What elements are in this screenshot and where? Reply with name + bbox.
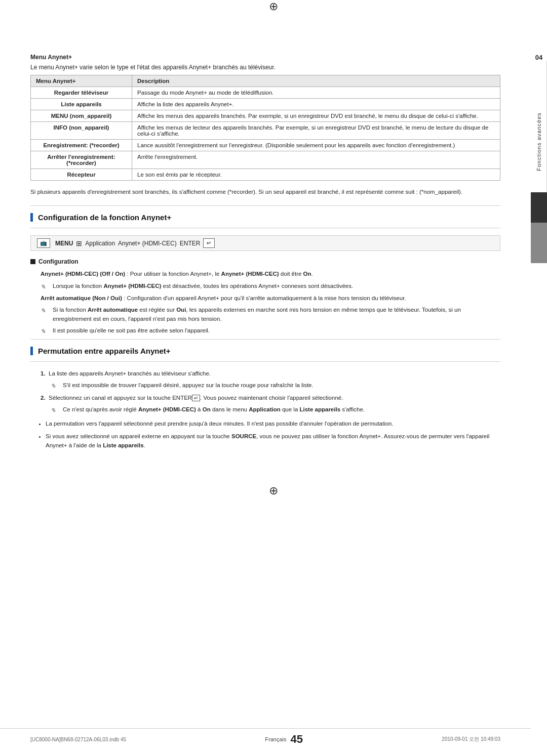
table-cell-menu: Regarder téléviseur xyxy=(31,87,132,99)
table-row: Récepteur Le son est émis par le récepte… xyxy=(31,169,500,181)
footer-date-info: 2010-09-01 오전 10:49:03 xyxy=(442,736,500,743)
main-content: Menu Anynet+ Le menu Anynet+ varie selon… xyxy=(0,18,531,484)
numbered-item-1-note: ✎ S'il est impossible de trouver l'appar… xyxy=(41,381,500,390)
table-note: Si plusieurs appareils d'enregistrement … xyxy=(30,188,500,196)
numbered-item-2-note: ✎ Ce n'est qu'après avoir réglé Anynet+ … xyxy=(41,405,500,414)
config-sub-title-text: Configuration xyxy=(38,258,79,265)
table-cell-desc: Affiche la liste des appareils Anynet+. xyxy=(132,99,500,110)
page-container: ⊕ 04 Fonctions avancées Menu Anynet+ Le … xyxy=(0,0,547,756)
config-note-2: ✎ Si la fonction Arrêt automatique est r… xyxy=(30,306,500,323)
pencil-icon-1: ✎ xyxy=(41,282,51,289)
compass-bottom-icon: ⊕ xyxy=(0,484,547,497)
compass-top-icon: ⊕ xyxy=(0,0,547,13)
table-cell-menu: INFO (non_appareil) xyxy=(31,122,132,140)
config-note-3: ✎ Il est possible qu'elle ne soit pas êt… xyxy=(30,326,500,335)
table-row: INFO (non_appareil) Affiche les menus de… xyxy=(31,122,500,140)
table-row: Regarder téléviseur Passage du mode Anyn… xyxy=(31,87,500,99)
menu-path-bar: 📺 MENU ⊞ Application Anynet+ (HDMI-CEC) … xyxy=(30,235,500,251)
side-tab-gray-block xyxy=(531,223,547,263)
section-divider-3 xyxy=(30,339,500,340)
table-cell-menu: Récepteur xyxy=(31,169,132,181)
numbered-item-1: 1. La liste des appareils Anynet+ branch… xyxy=(41,369,500,378)
page-number: 45 xyxy=(291,733,303,746)
bullet-list: La permutation vers l'appareil sélection… xyxy=(30,419,500,450)
menu-anynet-title: Menu Anynet+ xyxy=(30,54,500,61)
menu-path-step2: Anynet+ (HDMI-CEC) xyxy=(118,240,177,247)
table-cell-menu: Enregistrement: (*recorder) xyxy=(31,140,132,151)
table-cell-desc: Arrête l'enregistrement. xyxy=(132,151,500,169)
table-row: MENU (nom_appareil) Affiche les menus de… xyxy=(31,110,500,122)
menu-tv-icon: 📺 xyxy=(37,238,50,248)
numbered-list: 1. La liste des appareils Anynet+ branch… xyxy=(30,369,500,414)
config-para-2: Arrêt automatique (Non / Oui) : Configur… xyxy=(30,293,500,303)
table-cell-desc: Affiche les menus des appareils branchés… xyxy=(132,110,500,122)
table-header-description: Description xyxy=(132,75,500,87)
table-row: Enregistrement: (*recorder) Lance aussit… xyxy=(31,140,500,151)
table-cell-desc: Passage du mode Anynet+ au mode de téléd… xyxy=(132,87,500,99)
footer-file-info: [UC8000-NA]BN68-02712A-06L03.indb 45 xyxy=(30,737,126,742)
table-cell-menu: Liste appareils xyxy=(31,99,132,110)
config-note-1: ✎ Lorsque la fonction Anynet+ (HDMI-CEC)… xyxy=(30,282,500,290)
pencil-icon-5: ✎ xyxy=(51,406,61,413)
table-cell-desc: Lance aussitôt l'enregistrement sur l'en… xyxy=(132,140,500,151)
page-number-area: Français 45 xyxy=(265,733,303,746)
config-sub-title: Configuration xyxy=(30,258,500,265)
menu-grid-icon: ⊞ xyxy=(76,239,82,247)
permutation-section-title: Permutation entre appareils Anynet+ xyxy=(30,347,500,355)
section-divider-4 xyxy=(30,361,500,362)
menu-anynet-subtitle: Le menu Anynet+ varie selon le type et l… xyxy=(30,64,500,71)
menu-label: MENU xyxy=(55,240,73,247)
config-para-1: Anynet+ (HDMI-CEC) (Off / On) : Pour uti… xyxy=(30,269,500,278)
pencil-icon-4: ✎ xyxy=(51,382,61,389)
section-divider-2 xyxy=(30,228,500,228)
menu-anynet-table: Menu Anynet+ Description Regarder télévi… xyxy=(30,75,500,181)
table-cell-desc: Affiche les menus de lecteur des apparei… xyxy=(132,122,500,140)
page-footer: [UC8000-NA]BN68-02712A-06L03.indb 45 Fra… xyxy=(0,728,531,746)
numbered-item-2: 2. Sélectionnez un canal et appuyez sur … xyxy=(41,393,500,402)
table-cell-menu: Arrêter l'enregistrement: (*recorder) xyxy=(31,151,132,169)
bullet-item-2: Si vous avez sélectionné un appareil ext… xyxy=(46,432,500,450)
table-cell-menu: MENU (nom_appareil) xyxy=(31,110,132,122)
config-section-title: Configuration de la fonction Anynet+ xyxy=(30,213,500,222)
enter-label: ENTER xyxy=(180,240,201,247)
table-row: Liste appareils Affiche la liste des app… xyxy=(31,99,500,110)
menu-path-step1: Application xyxy=(85,240,115,247)
table-cell-desc: Le son est émis par le récepteur. xyxy=(132,169,500,181)
table-row: Arrêter l'enregistrement: (*recorder) Ar… xyxy=(31,151,500,169)
square-bullet-icon xyxy=(30,259,35,264)
bullet-item-1: La permutation vers l'appareil sélection… xyxy=(46,419,500,428)
pencil-icon-3: ✎ xyxy=(41,327,51,334)
side-tab-black-block xyxy=(531,192,547,223)
section-divider-1 xyxy=(30,205,500,206)
enter-icon: ↵ xyxy=(203,238,215,248)
table-header-menu: Menu Anynet+ xyxy=(31,75,132,87)
language-label: Français xyxy=(265,736,286,742)
pencil-icon-2: ✎ xyxy=(41,306,51,313)
